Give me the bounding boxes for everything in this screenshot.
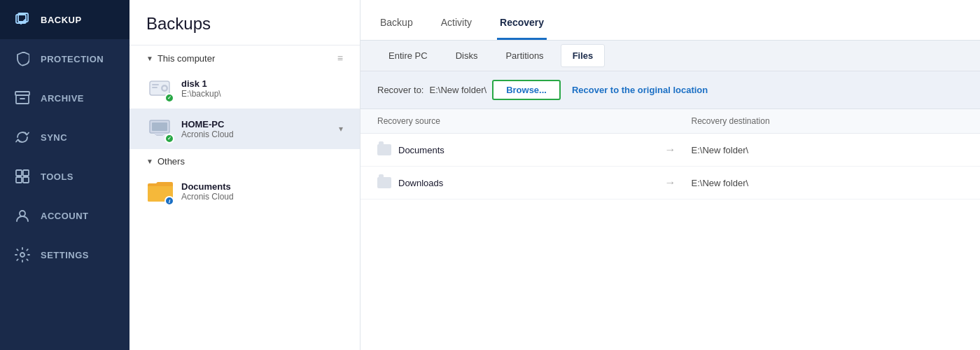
sub-tab-disks[interactable]: Disks: [444, 45, 489, 66]
top-tabs: Backup Activity Recovery: [360, 0, 980, 41]
chevron-down-icon-others: ▼: [146, 158, 153, 165]
sidebar-item-protection[interactable]: Protection: [0, 39, 130, 78]
sync-icon: [14, 129, 31, 146]
table-header: Recovery source Recovery destination: [360, 109, 980, 134]
status-ok-badge-homepc: [164, 134, 174, 144]
backup-item-disk1[interactable]: disk 1 E:\backup\: [130, 68, 360, 108]
backup-item-home-pc[interactable]: HOME-PC Acronis Cloud ▾: [130, 108, 360, 149]
home-pc-name: HOME-PC: [181, 119, 330, 130]
table-row[interactable]: Downloads → E:\New folder\: [360, 167, 980, 200]
sidebar-item-backup-label: Backup: [41, 15, 82, 25]
svg-rect-7: [23, 177, 29, 183]
row-source-name: Downloads: [398, 178, 443, 188]
col-source-header: Recovery source: [377, 116, 650, 126]
recovery-table: Recovery source Recovery destination Doc…: [360, 109, 980, 350]
sub-tabs: Entire PC Disks Partitions Files: [360, 41, 980, 71]
chevron-down-icon: ▼: [146, 55, 153, 62]
backup-icon: [14, 11, 31, 28]
settings-icon: [14, 246, 31, 263]
folder-icon-wrap: [146, 178, 173, 204]
svg-rect-18: [155, 133, 164, 135]
sidebar-item-tools[interactable]: Tools: [0, 157, 130, 196]
this-computer-expand[interactable]: ▼ This computer: [146, 53, 215, 64]
status-ok-badge: [164, 93, 174, 103]
sidebar-item-tools-label: Tools: [41, 172, 74, 182]
arrow-icon: →: [650, 144, 692, 156]
sidebar-item-protection-label: Protection: [41, 54, 104, 64]
backups-title: Backups: [130, 0, 360, 46]
sidebar-item-backup[interactable]: Backup: [0, 0, 130, 39]
folder-icon: [377, 144, 391, 155]
sidebar-item-sync-label: Sync: [41, 132, 67, 143]
svg-rect-13: [152, 84, 159, 85]
svg-rect-4: [16, 170, 22, 176]
tab-backup[interactable]: Backup: [377, 6, 416, 40]
table-row[interactable]: Documents → E:\New folder\: [360, 134, 980, 167]
tools-icon: [14, 168, 31, 185]
tab-activity[interactable]: Activity: [438, 6, 475, 40]
folder-icon: [377, 177, 391, 188]
backup-panel: Backups ▼ This computer ≡ disk 1 E:\: [130, 0, 360, 350]
row-dest-path: E:\New folder\: [692, 145, 964, 155]
hamburger-icon[interactable]: ≡: [337, 52, 343, 64]
sidebar-item-archive-label: Archive: [41, 93, 84, 104]
svg-point-12: [163, 87, 167, 90]
row-dest-path: E:\New folder\: [692, 178, 964, 188]
sub-tab-partitions[interactable]: Partitions: [494, 45, 554, 66]
disk1-name: disk 1: [181, 78, 343, 89]
svg-rect-5: [23, 170, 29, 176]
account-icon: [14, 207, 31, 224]
others-label: Others: [158, 156, 185, 167]
svg-rect-6: [16, 177, 22, 183]
shield-icon: [14, 50, 31, 67]
documents-item-sub: Acronis Cloud: [181, 192, 343, 202]
main-content: Backup Activity Recovery Entire PC Disks…: [360, 0, 980, 350]
backup-item-documents[interactable]: Documents Acronis Cloud: [130, 171, 360, 211]
recover-to-label: Recover to:: [377, 85, 424, 95]
monitor-icon-wrap: [146, 115, 173, 142]
recover-bar: Recover to: E:\New folder\ Browse... Rec…: [360, 71, 980, 109]
sub-tab-files[interactable]: Files: [561, 44, 606, 67]
others-section-header: ▼ Others: [130, 149, 360, 171]
info-badge-documents: [164, 196, 174, 206]
this-computer-section-header: ▼ This computer ≡: [130, 46, 360, 68]
tab-recovery[interactable]: Recovery: [497, 6, 547, 40]
arrow-icon: →: [650, 176, 692, 189]
sidebar-item-archive[interactable]: Archive: [0, 78, 130, 118]
expand-arrow-icon: ▾: [339, 124, 343, 134]
sub-tab-entire-pc[interactable]: Entire PC: [377, 45, 439, 66]
row-source-name: Documents: [398, 145, 444, 155]
svg-rect-14: [152, 87, 158, 88]
home-pc-sub: Acronis Cloud: [181, 130, 330, 139]
documents-item-name: Documents: [181, 181, 343, 192]
sidebar-item-account[interactable]: Account: [0, 196, 130, 235]
archive-icon: [14, 90, 31, 106]
sidebar-item-settings[interactable]: Settings: [0, 235, 130, 274]
svg-rect-16: [152, 122, 167, 131]
svg-rect-3: [16, 95, 29, 104]
col-dest-header: Recovery destination: [692, 116, 964, 126]
disk-icon-wrap: [146, 75, 173, 102]
svg-point-8: [20, 211, 25, 216]
sidebar: Backup Protection Archive: [0, 0, 130, 350]
disk1-path: E:\backup\: [181, 89, 343, 99]
svg-point-9: [20, 253, 24, 257]
browse-button[interactable]: Browse...: [492, 80, 561, 100]
recover-original-link[interactable]: Recover to the original location: [572, 85, 708, 95]
others-expand[interactable]: ▼ Others: [146, 156, 185, 167]
this-computer-label: This computer: [158, 53, 215, 64]
recover-path: E:\New folder\: [429, 85, 486, 95]
sidebar-item-sync[interactable]: Sync: [0, 118, 130, 157]
sidebar-item-settings-label: Settings: [41, 250, 89, 260]
sidebar-item-account-label: Account: [41, 211, 89, 221]
